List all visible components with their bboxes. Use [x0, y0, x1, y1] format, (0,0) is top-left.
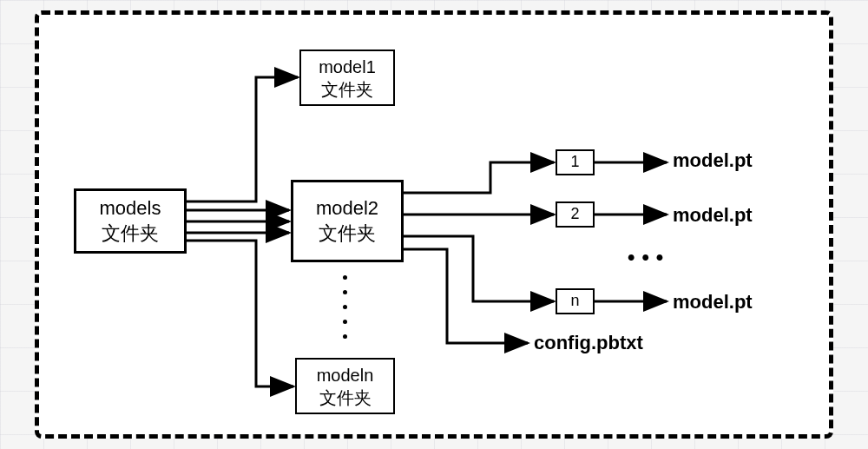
- version-1-box: 1: [556, 149, 595, 175]
- version-2-box: 2: [556, 201, 595, 228]
- modeln-label-line2: 文件夹: [319, 386, 372, 409]
- config-pbtxt-label: config.pbtxt: [534, 332, 643, 354]
- vertical-ellipsis: [343, 275, 347, 339]
- model-pt-label-2: model.pt: [673, 204, 753, 227]
- model2-folder-box: model2 文件夹: [291, 180, 404, 262]
- models-folder-box: models 文件夹: [74, 188, 187, 254]
- horizontal-ellipsis: •••: [628, 245, 670, 269]
- model-pt-label-n: model.pt: [673, 291, 753, 314]
- version-n-label: n: [570, 291, 579, 311]
- model-pt-label-1: model.pt: [673, 149, 753, 172]
- version-1-label: 1: [570, 152, 579, 172]
- models-label-line1: models: [100, 196, 161, 221]
- version-2-label: 2: [570, 204, 579, 224]
- version-n-box: n: [556, 288, 595, 314]
- model1-label-line1: model1: [319, 56, 376, 78]
- model2-label-line1: model2: [316, 196, 378, 221]
- model2-label-line2: 文件夹: [319, 221, 376, 247]
- model1-label-line2: 文件夹: [321, 78, 373, 101]
- modeln-folder-box: modeln 文件夹: [295, 358, 395, 414]
- modeln-label-line1: modeln: [317, 364, 374, 386]
- model1-folder-box: model1 文件夹: [299, 50, 395, 106]
- diagram-container: models 文件夹 model1 文件夹 model2 文件夹 modeln …: [35, 10, 833, 439]
- models-label-line2: 文件夹: [102, 221, 159, 247]
